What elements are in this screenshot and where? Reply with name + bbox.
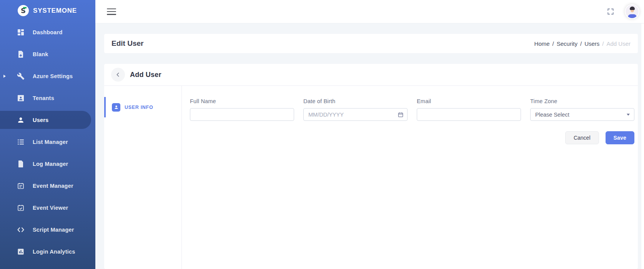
sidebar-item-label: Event Viewer [33,205,68,211]
avatar-shirt [628,14,637,19]
sidebar-item-label: Dashboard [33,29,63,35]
page-header-bar: Edit User Home / Security / Users / Add … [104,34,638,53]
breadcrumb-separator: / [580,40,582,47]
full-name-label: Full Name [190,98,294,104]
dashboard-icon [17,28,25,36]
hamburger-menu-icon[interactable] [107,8,116,15]
tenant-badge-icon [17,94,25,102]
form-actions: Cancel Save [190,131,634,144]
sidebar-item-label: Script Manager [33,227,74,233]
sidebar-item-event-manager[interactable]: Event Manager [0,175,95,197]
sidebar-item-blank[interactable]: Blank [0,43,95,65]
field-email: Email [417,98,521,121]
tab-user-info[interactable]: USER INFO [104,97,181,117]
card-header: Add User [104,64,638,86]
sidebar-nav: Dashboard Blank Azure Settings Tena [0,21,95,262]
sidebar-item-label: Tenants [33,95,54,101]
topbar [95,0,644,23]
email-label: Email [417,98,521,104]
time-zone-selected-value: Please Select [535,112,569,118]
add-user-card: Add User USER INFO [104,64,638,269]
sidebar-item-tenants[interactable]: Tenants [0,87,95,109]
field-full-name: Full Name [190,98,294,121]
page-content: Edit User Home / Security / Users / Add … [95,23,644,269]
wrench-icon [17,72,25,80]
sidebar-item-label: Login Analytics [33,249,75,255]
form-fields-row: Full Name Date of Birth [190,98,634,121]
calendar-lines-icon [17,182,25,190]
sidebar-item-script-manager[interactable]: Script Manager [0,219,95,241]
systemone-logo-icon: S [18,5,29,16]
back-button[interactable] [111,68,125,82]
save-button[interactable]: Save [606,131,635,144]
sidebar: S SYSTEMONE Dashboard Blank [0,0,95,269]
avatar-hair [630,7,635,10]
code-icon [17,226,25,234]
sidebar-item-azure-settings[interactable]: Azure Settings [0,65,95,87]
breadcrumb: Home / Security / Users / Add User [534,40,631,47]
main-area: Edit User Home / Security / Users / Add … [95,0,644,269]
calendar-check-icon [17,204,25,212]
date-of-birth-input[interactable] [303,108,408,121]
breadcrumb-home[interactable]: Home [534,40,550,47]
sidebar-item-label: List Manager [33,139,68,145]
app-root: S SYSTEMONE Dashboard Blank [0,0,644,269]
date-of-birth-label: Date of Birth [303,98,408,104]
sidebar-item-list-manager[interactable]: List Manager [0,131,95,153]
breadcrumb-users[interactable]: Users [584,40,599,47]
sidebar-item-dashboard[interactable]: Dashboard [0,21,95,43]
sidebar-item-login-analytics[interactable]: Login Analytics [0,241,95,262]
breadcrumb-security[interactable]: Security [557,40,577,47]
file-plus-icon [17,50,25,58]
card-body: USER INFO Full Name [104,86,638,269]
user-card-icon [112,103,120,112]
file-icon [17,160,25,168]
chevron-right-icon [3,75,6,78]
full-name-input[interactable] [190,108,294,121]
brand-logo[interactable]: S SYSTEMONE [0,0,95,21]
sidebar-item-label: Blank [33,51,48,57]
field-date-of-birth: Date of Birth [303,98,408,121]
sidebar-item-label: Azure Settings [33,73,73,79]
fullscreen-icon[interactable] [607,8,614,15]
tab-label: USER INFO [125,105,153,110]
topbar-right [607,4,639,19]
time-zone-select[interactable]: Please Select [530,108,634,121]
list-icon [17,138,25,146]
sidebar-item-label: Users [33,117,48,123]
user-icon [17,116,25,124]
tab-column: USER INFO [104,86,182,269]
user-avatar[interactable] [625,4,639,19]
breadcrumb-separator: / [552,40,554,47]
scrollbar[interactable] [641,23,644,269]
user-info-form: Full Name Date of Birth [182,86,638,269]
sidebar-item-event-viewer[interactable]: Event Viewer [0,197,95,219]
field-time-zone: Time Zone Please Select [530,98,634,121]
sidebar-item-label: Event Manager [33,183,73,189]
chevron-left-icon [115,72,121,78]
breadcrumb-add-user: Add User [606,40,631,47]
cancel-button[interactable]: Cancel [565,131,599,144]
sidebar-item-label: Log Manager [33,161,68,167]
bar-chart-icon [17,248,25,256]
caret-down-icon [627,114,630,115]
email-input[interactable] [417,108,521,121]
card-title: Add User [130,71,161,79]
sidebar-item-users[interactable]: Users [0,109,95,131]
sidebar-item-log-manager[interactable]: Log Manager [0,153,95,175]
logo-accent [23,7,27,8]
breadcrumb-separator: / [602,40,604,47]
page-title: Edit User [111,39,143,48]
brand-name: SYSTEMONE [33,7,77,15]
time-zone-label: Time Zone [530,98,634,104]
